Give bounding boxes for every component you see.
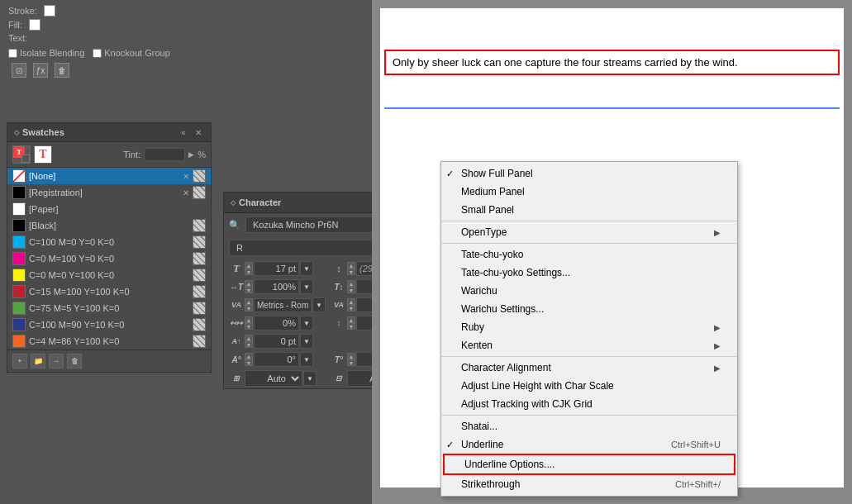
context-menu-item[interactable]: UnderlineCtrl+Shift+U [441,435,737,454]
swatch-item[interactable]: [Paper] [7,201,211,217]
knockout-group-label[interactable]: Knockout Group [93,48,170,58]
effects-btn1[interactable]: ⊡ [12,63,26,78]
context-menu-item[interactable]: Kenten▶ [441,336,737,354]
kerning-up[interactable]: ▲ [245,298,253,305]
leading-down[interactable]: ▼ [347,269,355,275]
isolate-blending-label[interactable]: Isolate Blending [8,48,84,58]
menu-item-label: Underline [461,439,503,450]
tsume-input[interactable] [254,316,299,330]
tsume-down[interactable]: ▼ [245,323,253,330]
rotation-up[interactable]: ▲ [347,353,355,359]
menu-item-arrow-icon: ▶ [714,323,721,332]
fill-row: Fill: [8,19,289,31]
context-menu-item[interactable]: Show Full Panel [441,164,737,183]
context-menu-item[interactable]: Warichu Settings... [441,300,737,318]
baseline-down[interactable]: ▼ [245,341,253,348]
stroke-swatch[interactable] [44,5,55,17]
swatch-type-icon[interactable]: T [12,145,31,164]
kerning-input[interactable] [254,298,312,312]
tint-input[interactable] [144,148,185,161]
swatch-item[interactable]: C=100 M=0 Y=0 K=0 [7,234,211,250]
hscale-dropdown[interactable]: ▼ [300,279,313,294]
swatch-item[interactable]: C=15 M=100 Y=100 K=0 [7,283,211,300]
hscale-input[interactable] [254,279,299,294]
tracking-up[interactable]: ▲ [347,298,355,305]
swatch-item[interactable]: C=4 M=86 Y=100 K=0 [7,333,211,349]
context-menu-item[interactable]: OpenType▶ [441,223,737,241]
context-menu-item[interactable]: Adjust Line Height with Char Scale [441,377,737,395]
text-row: Text: [8,33,289,43]
fill-swatch[interactable] [29,19,40,31]
leading-up[interactable]: ▲ [347,262,355,269]
baseline-up[interactable]: ▲ [245,335,253,341]
skew-input[interactable] [254,352,299,367]
context-menu-item[interactable]: Shatai... [441,417,737,435]
tsume-dropdown[interactable]: ▼ [300,316,313,330]
vscale-down[interactable]: ▼ [347,287,355,293]
swatch-item[interactable]: [None]✕ [7,168,211,184]
tsume2-up[interactable]: ▲ [347,316,355,323]
swatch-color-box [12,235,26,249]
swatches-panel-header: ◇ Swatches « ✕ [7,123,211,142]
tsume2-down[interactable]: ▼ [347,323,355,330]
effects-btn3[interactable]: 🗑 [55,63,69,78]
skew-up[interactable]: ▲ [245,353,253,359]
menu-item-label: Ruby [461,321,484,333]
swatches-panel: ◇ Swatches « ✕ T T Tint: ▶ % [None]✕[Reg… [7,122,212,373]
swatch-pattern-icon [193,302,206,315]
menu-item-label: Strikethrough [461,478,520,490]
grid-align1-select[interactable]: Auto [245,370,302,387]
context-menu-item[interactable]: Ruby▶ [441,318,737,336]
swatches-close-btn[interactable]: ✕ [193,126,204,138]
context-menu-item[interactable]: Underline Options.... [443,454,735,475]
font-size-unit-dropdown[interactable]: ▼ [300,261,313,276]
font-size-input[interactable] [254,261,299,276]
swatch-item[interactable]: C=100 M=90 Y=10 K=0 [7,316,211,333]
hscale-down[interactable]: ▼ [245,287,253,293]
font-size-down[interactable]: ▼ [245,269,253,275]
hscale-up[interactable]: ▲ [245,280,253,287]
context-menu-item[interactable]: Tate-chu-yoko Settings... [441,264,737,282]
move-swatch-btn[interactable]: → [49,354,64,368]
swatch-pattern-icon [193,269,206,282]
knockout-group-checkbox[interactable] [93,49,102,58]
swatch-library-btn[interactable]: 📁 [31,354,45,368]
kerning-spinner: ▲ ▼ [245,298,253,311]
skew-dropdown[interactable]: ▼ [300,352,313,367]
context-menu-item[interactable]: Warichu [441,282,737,300]
context-menu-item[interactable]: StrikethroughCtrl+Shift+/ [441,475,737,493]
swatch-item[interactable]: [Registration]✕ [7,184,211,201]
menu-item-label: Adjust Line Height with Char Scale [461,380,614,392]
vscale-up[interactable]: ▲ [347,280,355,287]
new-swatch-btn[interactable]: + [12,354,27,368]
context-menu-item[interactable]: Character Alignment▶ [441,359,737,377]
swatch-t-btn[interactable]: T [34,145,52,164]
delete-swatch-btn[interactable]: 🗑 [67,354,82,368]
grid-align1-dropdown[interactable]: ▼ [303,371,317,386]
rotation-down[interactable]: ▼ [347,359,355,366]
isolate-blending-checkbox[interactable] [8,49,17,58]
context-menu-item[interactable]: Adjust Tracking with CJK Grid [441,395,737,413]
font-size-up[interactable]: ▲ [245,262,253,269]
effects-btn2[interactable]: ƒx [33,63,48,78]
context-menu-item[interactable]: Tate-chu-yoko [441,245,737,264]
baseline-input[interactable] [254,334,299,349]
swatches-collapse-btn[interactable]: « [178,126,189,138]
context-menu-item[interactable]: Medium Panel [441,183,737,201]
baseline-dropdown[interactable]: ▼ [300,334,313,349]
tsume-up[interactable]: ▲ [245,316,253,323]
swatch-item[interactable]: C=75 M=5 Y=100 K=0 [7,300,211,316]
swatch-item[interactable]: [Black] [7,217,211,234]
swatch-item[interactable]: C=0 M=100 Y=0 K=0 [7,250,211,267]
menu-item-label: Kenten [461,340,493,351]
skew-down[interactable]: ▼ [245,359,253,366]
swatch-item[interactable]: C=0 M=0 Y=100 K=0 [7,267,211,283]
kerning-down[interactable]: ▼ [245,305,253,311]
tsume-icon: ↤↦ [229,316,244,330]
hscale-spinner: ▲ ▼ [245,280,253,293]
kerning-dropdown[interactable]: ▼ [312,297,326,312]
tracking-down[interactable]: ▼ [347,305,355,311]
context-menu-item[interactable]: Small Panel [441,201,737,219]
tint-arrow[interactable]: ▶ [188,150,194,159]
canvas-text-box[interactable]: Only by sheer luck can one capture the f… [384,50,840,75]
